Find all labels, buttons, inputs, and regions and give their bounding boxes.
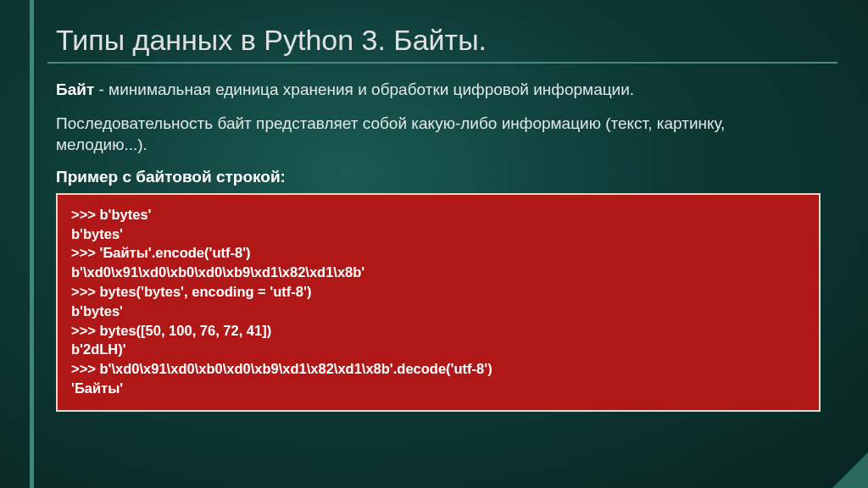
title-underline — [47, 62, 837, 64]
code-block: >>> b'bytes' b'bytes' >>> 'Байты'.encode… — [56, 193, 821, 412]
corner-decoration — [832, 452, 868, 488]
slide-title: Типы данных в Python 3. Байты. — [56, 24, 821, 57]
paragraph-byte-definition: Байт - минимальная единица хранения и об… — [56, 79, 821, 101]
term-byte-rest: - минимальная единица хранения и обработ… — [94, 80, 634, 98]
example-label: Пример с байтовой строкой: — [56, 168, 821, 186]
left-accent-bar — [30, 0, 34, 488]
paragraph-byte-sequence: Последовательность байт представляет соб… — [56, 113, 821, 156]
term-byte: Байт — [56, 80, 94, 98]
slide-body: Типы данных в Python 3. Байты. Байт - ми… — [0, 0, 868, 412]
